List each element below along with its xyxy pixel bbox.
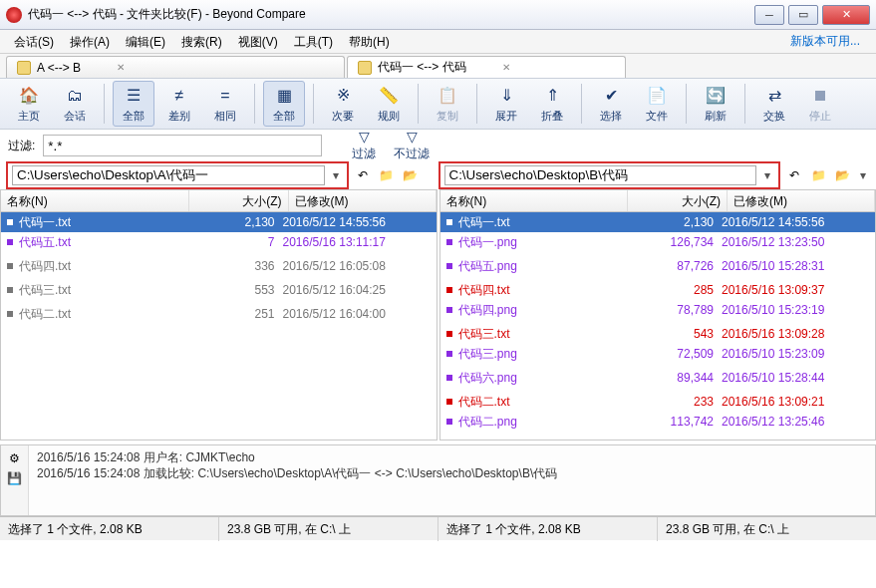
- tab-ab[interactable]: A <--> B ✕: [6, 56, 345, 78]
- file-modified: 2016/5/12 16:04:00: [283, 307, 431, 321]
- minor-button[interactable]: ※次要: [322, 81, 364, 127]
- session-button[interactable]: 🗂会话: [54, 81, 96, 127]
- left-path-input[interactable]: [12, 165, 325, 185]
- apply-filter-button[interactable]: ▽过滤: [344, 129, 384, 162]
- tab-label: 代码一 <--> 代码: [378, 59, 466, 76]
- left-pane: 名称(N) 大小(Z) 已修改(M) 代码一.txt2,1302016/5/12…: [0, 189, 438, 441]
- diff-button[interactable]: ≠差别: [158, 81, 200, 127]
- open-folder-icon[interactable]: 📁: [377, 165, 397, 185]
- select-button[interactable]: ✔选择: [590, 81, 632, 127]
- table-row[interactable]: 代码五.png87,7262016/5/10 15:28:31: [440, 256, 876, 276]
- menu-search[interactable]: 搜索(R): [173, 31, 230, 53]
- file-size: 113,742: [622, 415, 722, 429]
- file-size: 87,726: [622, 259, 722, 273]
- col-size[interactable]: 大小(Z): [628, 190, 728, 211]
- table-row[interactable]: 代码三.png72,5092016/5/10 15:23:09: [440, 344, 876, 364]
- tab-row: A <--> B ✕ 代码一 <--> 代码 ✕: [0, 54, 876, 78]
- collapse-button[interactable]: ⇑折叠: [531, 81, 573, 127]
- right-path-cell: ▾: [438, 161, 781, 189]
- gear-icon[interactable]: ⚙: [9, 451, 20, 465]
- col-modified[interactable]: 已修改(M): [728, 190, 875, 211]
- table-row[interactable]: 代码一.png126,7342016/5/12 13:23:50: [440, 232, 876, 252]
- tab-current[interactable]: 代码一 <--> 代码 ✕: [347, 56, 626, 78]
- chevron-down-icon[interactable]: ▾: [329, 165, 343, 185]
- col-size[interactable]: 大小(Z): [189, 190, 289, 211]
- swap-icon: ⇄: [762, 85, 786, 107]
- right-file-list[interactable]: 代码一.txt2,1302016/5/12 14:55:56代码一.png126…: [440, 212, 876, 440]
- stop-button[interactable]: ⏹停止: [799, 81, 841, 127]
- table-row[interactable]: 代码四.txt2852016/5/16 13:09:37: [440, 280, 876, 300]
- close-icon[interactable]: ✕: [87, 62, 125, 73]
- files-button[interactable]: 📄文件: [636, 81, 678, 127]
- bullet-icon: [446, 263, 452, 269]
- right-path-input[interactable]: [444, 165, 757, 185]
- col-name[interactable]: 名称(N): [440, 190, 629, 211]
- file-name: 代码五.txt: [19, 234, 183, 251]
- col-modified[interactable]: 已修改(M): [289, 190, 437, 211]
- menu-view[interactable]: 视图(V): [230, 31, 286, 53]
- menu-action[interactable]: 操作(A): [62, 31, 118, 53]
- home-button[interactable]: 🏠主页: [8, 81, 50, 127]
- close-button[interactable]: ✕: [822, 5, 870, 25]
- folder-icon: [17, 61, 31, 75]
- table-row[interactable]: 代码四.txt3362016/5/12 16:05:08: [1, 256, 437, 276]
- expand-button[interactable]: ⇓展开: [485, 81, 527, 127]
- open-folder-icon[interactable]: 📁: [808, 165, 828, 185]
- bullet-icon: [446, 375, 452, 381]
- new-version-link[interactable]: 新版本可用...: [790, 33, 870, 50]
- browse-icon[interactable]: 📂: [832, 165, 852, 185]
- browse-icon[interactable]: 📂: [401, 165, 421, 185]
- bullet-icon: [7, 219, 13, 225]
- menu-session[interactable]: 会话(S): [6, 31, 62, 53]
- file-name: 代码二.txt: [19, 306, 183, 323]
- log-text[interactable]: 2016/5/16 15:24:08 用户名: CJMKT\echo 2016/…: [29, 445, 875, 515]
- filter-input[interactable]: [43, 135, 322, 156]
- all-button[interactable]: ☰全部: [113, 81, 154, 127]
- expand-icon: ⇓: [494, 85, 518, 107]
- table-row[interactable]: 代码一.txt2,1302016/5/12 14:55:56: [1, 212, 437, 232]
- window-title: 代码一 <--> 代码 - 文件夹比较(F) - Beyond Compare: [28, 6, 754, 23]
- file-name: 代码二.png: [458, 414, 623, 431]
- table-row[interactable]: 代码三.txt5432016/5/16 13:09:28: [440, 324, 876, 344]
- rules-button[interactable]: 📏规则: [368, 81, 410, 127]
- menu-edit[interactable]: 编辑(E): [118, 31, 173, 53]
- table-row[interactable]: 代码三.txt5532016/5/12 16:04:25: [1, 280, 437, 300]
- col-name[interactable]: 名称(N): [1, 190, 189, 211]
- table-row[interactable]: 代码六.png89,3442016/5/10 15:28:44: [440, 368, 876, 388]
- chevron-down-icon[interactable]: ▾: [760, 165, 774, 185]
- copy-button[interactable]: 📋复制: [427, 81, 468, 127]
- refresh-button[interactable]: 🔄刷新: [695, 81, 736, 127]
- tab-label: A <--> B: [37, 61, 81, 75]
- all2-button[interactable]: ▦全部: [263, 81, 305, 127]
- table-row[interactable]: 代码二.png113,7422016/5/12 13:25:46: [440, 412, 876, 432]
- menu-tools[interactable]: 工具(T): [286, 31, 341, 53]
- clear-filter-button[interactable]: ▽不过滤: [392, 129, 432, 162]
- chevron-down-icon[interactable]: ▾: [856, 165, 870, 185]
- same-button[interactable]: =相同: [204, 81, 246, 127]
- table-row[interactable]: 代码一.txt2,1302016/5/12 14:55:56: [440, 212, 876, 232]
- file-size: 2,130: [622, 215, 722, 229]
- table-row[interactable]: 代码五.txt72016/5/16 13:11:17: [1, 232, 437, 252]
- minimize-button[interactable]: ─: [754, 5, 784, 25]
- table-row[interactable]: 代码二.txt2512016/5/12 16:04:00: [1, 304, 437, 324]
- file-modified: 2016/5/10 15:23:09: [722, 347, 869, 361]
- file-modified: 2016/5/10 15:28:31: [722, 259, 869, 273]
- maximize-button[interactable]: ▭: [788, 5, 818, 25]
- undo-icon[interactable]: ↶: [353, 165, 373, 185]
- left-file-list[interactable]: 代码一.txt2,1302016/5/12 14:55:56代码五.txt720…: [1, 212, 437, 440]
- file-modified: 2016/5/10 15:28:44: [722, 371, 869, 385]
- file-size: 89,344: [622, 371, 722, 385]
- table-row[interactable]: 代码四.png78,7892016/5/10 15:23:19: [440, 300, 876, 320]
- swap-button[interactable]: ⇄交换: [753, 81, 795, 127]
- close-icon[interactable]: ✕: [472, 62, 510, 73]
- menubar: 会话(S) 操作(A) 编辑(E) 搜索(R) 视图(V) 工具(T) 帮助(H…: [0, 30, 876, 54]
- file-name: 代码一.txt: [19, 214, 183, 231]
- undo-icon[interactable]: ↶: [784, 165, 804, 185]
- save-icon[interactable]: 💾: [7, 471, 22, 485]
- file-size: 336: [183, 259, 283, 273]
- session-icon: 🗂: [63, 85, 87, 107]
- file-size: 2,130: [183, 215, 283, 229]
- table-row[interactable]: 代码二.txt2332016/5/16 13:09:21: [440, 392, 876, 412]
- menu-help[interactable]: 帮助(H): [341, 31, 398, 53]
- notequal-icon: ≠: [167, 85, 191, 107]
